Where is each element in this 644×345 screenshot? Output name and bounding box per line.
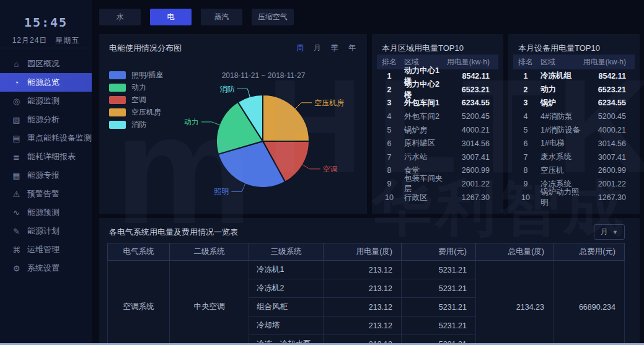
system-table-header-row: 电气系统二级系统三级系统用电量(度)费用(元)总电量(度)总费用(元) xyxy=(108,243,625,261)
sidebar-item-能源分析[interactable]: ▧能源分析 xyxy=(0,110,92,129)
sidebar: 15:45 12月24日 星期五 ⌂园区概况◔能源总览◎能源监测▧能源分析▤重点… xyxy=(0,0,92,345)
pie-slice-label: 动力 xyxy=(184,118,199,126)
top10-value: 4000.21 xyxy=(583,126,635,134)
top10-name: 外包车间1 xyxy=(402,98,446,108)
pie-slice-label: 空调 xyxy=(323,165,338,173)
sidebar-item-预警告警[interactable]: ⚠预警告警 xyxy=(0,185,92,203)
table-row[interactable]: 10锅炉动力照明1267.30 xyxy=(513,191,635,204)
tertiary-system-cell: 冷却塔 xyxy=(249,317,324,335)
sidebar-item-运维管理[interactable]: ⌘运维管理 xyxy=(0,240,92,259)
legend-item-消防[interactable]: 消防 xyxy=(109,118,163,131)
plan-icon: ✎ xyxy=(12,227,21,236)
top10-rank: 5 xyxy=(377,126,402,134)
total-energy-cell: 2134.23 xyxy=(476,261,554,345)
pie-callout-line xyxy=(294,103,312,110)
top10-name: 动力 xyxy=(538,84,583,95)
table-row[interactable]: 8空压机2600.99 xyxy=(513,164,635,178)
period-dropdown[interactable]: 月 ▼ xyxy=(594,224,625,240)
sidebar-item-能源总览[interactable]: ◔能源总览 xyxy=(0,73,92,92)
top10-name: 1#消防设备 xyxy=(538,125,583,136)
sidebar-item-重点能耗设备监测[interactable]: ▤重点能耗设备监测 xyxy=(0,129,92,147)
legend-swatch xyxy=(109,121,126,129)
top10-value: 2001.22 xyxy=(583,180,635,188)
system-table-header-总费用(元): 总费用(元) xyxy=(554,243,625,261)
legend-item-照明/插座[interactable]: 照明/插座 xyxy=(109,69,163,81)
table-row[interactable]: 1冷冻机组8542.11 xyxy=(513,69,635,83)
sidebar-menu: ⌂园区概况◔能源总览◎能源监测▧能源分析▤重点能耗设备监测≣能耗详细报表▦能源专… xyxy=(0,55,92,277)
legend-item-空压机房[interactable]: 空压机房 xyxy=(109,106,163,118)
region-top10-rows: 1动力中心1楼8542.112动力中心2楼6523.213外包车间16234.5… xyxy=(377,69,498,209)
legend-item-空调[interactable]: 空调 xyxy=(109,94,163,106)
legend-item-动力[interactable]: 动力 xyxy=(109,81,163,94)
system-table-body: 空调系统中央空调冷冻机1213.125231.212134.2366890.23… xyxy=(108,261,625,345)
tab-水[interactable]: 水 xyxy=(99,9,141,25)
table-row[interactable]: 61#电梯3014.56 xyxy=(513,137,635,151)
sidebar-item-能耗详细报表[interactable]: ≣能耗详细报表 xyxy=(0,147,92,166)
table-row[interactable]: 2动力6523.21 xyxy=(513,83,635,97)
pie-slice-label: 消防 xyxy=(219,85,234,94)
table-row[interactable]: 44#消防泵5200.45 xyxy=(513,110,635,123)
clock-weekday: 星期五 xyxy=(55,36,79,45)
table-row[interactable]: 5锅炉房4000.21 xyxy=(377,123,498,137)
top10-name: 行政区 xyxy=(402,193,446,203)
top10-rank: 4 xyxy=(377,112,402,121)
clock-panel: 15:45 12月24日 星期五 xyxy=(0,0,92,48)
table-row[interactable]: 9包装车间夹层2001.22 xyxy=(377,177,498,191)
device-top10-card: 本月设备用电量TOP10 排名区域用电量(kw·h) 1冷冻机组8542.112… xyxy=(508,34,640,214)
top10-name: 锅炉房 xyxy=(402,125,446,136)
sidebar-item-系统设置[interactable]: ⚙系统设置 xyxy=(0,259,92,277)
clock-date-value: 12月24日 xyxy=(12,36,48,45)
table-row[interactable]: 2动力中心2楼6523.21 xyxy=(377,83,498,97)
sidebar-item-能源专报[interactable]: ▦能源专报 xyxy=(0,166,92,185)
table-row[interactable]: 51#消防设备4000.21 xyxy=(513,123,635,137)
tab-蒸汽[interactable]: 蒸汽 xyxy=(201,9,242,25)
tertiary-system-cell: 组合风柜 xyxy=(249,298,324,317)
sidebar-item-园区概况[interactable]: ⌂园区概况 xyxy=(0,55,92,73)
table-row[interactable]: 7污水站3007.41 xyxy=(377,151,498,164)
legend-swatch xyxy=(109,96,126,104)
sidebar-item-label: 能源专报 xyxy=(27,170,60,181)
detail-report-icon: ≣ xyxy=(12,152,21,162)
sidebar-item-能源计划[interactable]: ✎能源计划 xyxy=(0,222,92,240)
home-icon: ⌂ xyxy=(12,59,21,69)
pie-slice-空压机房[interactable] xyxy=(263,95,309,141)
top10-value: 6523.21 xyxy=(583,85,635,94)
legend-label: 空压机房 xyxy=(131,107,161,118)
table-row[interactable]: 3外包车间16234.55 xyxy=(377,97,498,110)
sidebar-item-能源预测[interactable]: ∿能源预测 xyxy=(0,203,92,222)
top10-value: 5200.45 xyxy=(583,112,635,121)
top10-value: 4000.21 xyxy=(446,126,498,134)
system-table-header-三级系统: 三级系统 xyxy=(249,243,324,261)
top10-name: 原料罐区 xyxy=(402,138,446,149)
tertiary-system-cell: 冷冻机1 xyxy=(249,261,324,279)
energy-cell: 213.12 xyxy=(324,317,402,335)
sidebar-item-label: 运维管理 xyxy=(27,244,60,255)
top10-value: 8542.11 xyxy=(583,72,635,81)
top10-value: 6234.55 xyxy=(583,98,635,107)
legend-label: 照明/插座 xyxy=(131,70,163,81)
sidebar-item-label: 系统设置 xyxy=(27,263,60,274)
top10-rank: 8 xyxy=(377,166,402,175)
table-row: 空调系统中央空调冷冻机1213.125231.212134.2366890.23… xyxy=(108,261,625,279)
system-table-title: 各电气系统用电量及费用情况一览表 xyxy=(109,227,238,238)
top10-rank: 10 xyxy=(377,193,402,202)
top10-rank: 3 xyxy=(513,98,538,107)
top10-name: 锅炉 xyxy=(538,98,583,108)
sidebar-item-能源监测[interactable]: ◎能源监测 xyxy=(0,92,92,110)
top10-rank: 1 xyxy=(377,72,402,81)
table-row[interactable]: 6原料罐区3014.56 xyxy=(377,137,498,151)
top10-col-value: 用电量(kw·h) xyxy=(567,57,635,68)
tertiary-system-cell: 冷冻机2 xyxy=(249,279,324,298)
tab-电[interactable]: 电 xyxy=(150,9,192,25)
table-row[interactable]: 10行政区1267.30 xyxy=(377,191,498,204)
table-row[interactable]: 4外包车间25200.45 xyxy=(377,110,498,123)
table-row[interactable]: 3锅炉6234.55 xyxy=(513,97,635,110)
energy-monitor-icon: ◎ xyxy=(12,97,21,106)
top10-value: 3014.56 xyxy=(583,139,635,148)
tab-压缩空气[interactable]: 压缩空气 xyxy=(252,9,294,25)
alarm-bell-icon: ⚠ xyxy=(12,190,21,199)
legend-swatch xyxy=(109,71,126,79)
sidebar-item-label: 能源总览 xyxy=(27,77,60,88)
region-top10-title: 本月区域用电量TOP10 xyxy=(382,43,464,54)
table-row[interactable]: 7废水系统3007.41 xyxy=(513,151,635,164)
